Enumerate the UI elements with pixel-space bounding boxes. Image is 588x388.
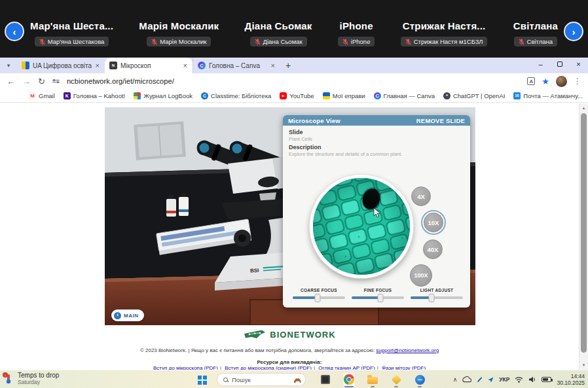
scroll-left-button[interactable]: ‹ xyxy=(5,22,24,41)
magnification-4x-button[interactable]: 4X xyxy=(411,186,431,206)
taskbar-app-dark[interactable] xyxy=(319,372,332,387)
bookmark-classtime[interactable]: CClasstime: Бібліотека xyxy=(201,92,271,99)
pen-icon[interactable] xyxy=(477,376,483,383)
microscope-view-panel: Microscope View REMOVE SLIDE Slide Plant… xyxy=(283,115,470,308)
participant-name-label: iPhone xyxy=(351,38,371,45)
participants-row: Мар'яна Шеста... Мар'яна Шестакова Марія… xyxy=(30,20,558,46)
slider-thumb[interactable] xyxy=(429,294,435,302)
bookmark-mail[interactable]: ✉Почта — Атаманчу... xyxy=(513,92,583,99)
temperature-drop-badge: ↓ xyxy=(3,372,8,378)
mail-icon: ✉ xyxy=(513,92,521,99)
reload-button[interactable]: ↻ xyxy=(38,77,45,86)
description-label: Description xyxy=(289,144,464,151)
panel-title: Microscope View xyxy=(288,117,340,124)
bookmark-logbook[interactable]: Журнал LogBook xyxy=(134,92,193,99)
slider-thumb[interactable] xyxy=(315,294,321,302)
close-tab-icon[interactable]: × xyxy=(95,62,100,69)
url-text[interactable]: ncbionetwork.org/iet/microscope/ xyxy=(67,77,520,85)
bionetwork-logo: BioNetwork xyxy=(0,329,579,340)
plant-cells-image xyxy=(313,178,410,275)
chrome-icon xyxy=(344,374,354,385)
fine-focus-slider[interactable]: FINE FOCUS xyxy=(352,288,404,299)
svg-text:BSI: BSI xyxy=(250,268,259,274)
gmail-icon: M xyxy=(29,92,36,99)
browser-menu-icon[interactable]: ⋮ xyxy=(574,77,581,86)
taskbar-app-diamond[interactable] xyxy=(390,372,403,387)
main-button[interactable]: MAIN xyxy=(111,309,144,321)
site-info-icon[interactable] xyxy=(52,80,60,83)
touch-input-icon[interactable] xyxy=(488,377,494,383)
back-button[interactable]: ← xyxy=(7,77,15,86)
bookmarks-bar: MGmail KГоловна – Kahoot! Журнал LogBook… xyxy=(0,89,588,103)
paper-dispenser xyxy=(134,121,186,160)
taskbar-app-blue[interactable] xyxy=(413,372,426,387)
clock[interactable]: 14:44 30.10.2025 xyxy=(557,373,585,386)
search-icon xyxy=(223,378,228,382)
slide-name: Plant Cells xyxy=(289,136,464,142)
scroll-right-button[interactable]: › xyxy=(564,22,583,41)
hidden-icons-chevron[interactable]: ∧ xyxy=(453,376,458,383)
diamond-app-icon xyxy=(391,374,401,385)
taskbar-chrome[interactable] xyxy=(342,372,356,387)
magnification-40x-button[interactable]: 40X xyxy=(423,239,443,259)
wifi-icon[interactable] xyxy=(515,376,523,383)
remove-slide-button[interactable]: REMOVE SLIDE xyxy=(416,117,465,124)
bookmark-epravy[interactable]: Мої еправи xyxy=(323,92,365,99)
profile-avatar[interactable] xyxy=(556,76,567,87)
participant-name-label: Світлана xyxy=(527,38,553,45)
battery-icon[interactable] xyxy=(542,377,551,382)
tab-search-chevron-icon[interactable]: ▾ xyxy=(0,58,17,73)
slide-label: Slide xyxy=(289,129,464,136)
bookmark-kahoot[interactable]: KГоловна – Kahoot! xyxy=(64,92,125,99)
minimize-button[interactable]: – xyxy=(531,58,550,71)
tab-canva[interactable]: C Головна – Canva × xyxy=(193,58,280,73)
panel-header: Microscope View REMOVE SLIDE xyxy=(283,115,470,126)
close-tab-icon[interactable]: × xyxy=(270,62,276,69)
coarse-focus-slider[interactable]: COARSE FOCUS xyxy=(293,288,345,299)
weather-widget[interactable]: ↓ Temps to drop Saturday xyxy=(4,372,59,386)
browser-tab-strip: ▾ UA Цифрова освіта та навчан... × N Мік… xyxy=(0,58,588,73)
new-tab-button[interactable]: + xyxy=(280,58,296,73)
forward-button[interactable]: → xyxy=(22,77,31,86)
scroll-up-icon[interactable]: ▲ xyxy=(579,104,588,112)
participant-tile: Марія Москалик Марія Москалик xyxy=(139,20,219,46)
magnification-100x-button[interactable]: 100X xyxy=(410,264,432,287)
screen: ‹ Мар'яна Шеста... Мар'яна Шестакова Мар… xyxy=(0,0,588,388)
canva-icon: C xyxy=(374,92,381,99)
onedrive-cloud-icon[interactable] xyxy=(462,376,471,383)
close-window-button[interactable]: × xyxy=(569,58,588,71)
ua-education-favicon-icon xyxy=(22,62,29,69)
bookmark-youtube[interactable]: ▶YouTube xyxy=(280,92,314,99)
restore-button[interactable] xyxy=(550,58,569,71)
close-tab-icon[interactable]: × xyxy=(183,62,188,69)
tab-ua-education[interactable]: UA Цифрова освіта та навчан... × xyxy=(17,58,105,73)
tab-microscope[interactable]: N Мікроскоп × xyxy=(105,58,193,73)
volume-icon[interactable] xyxy=(528,376,536,383)
windows-start-button[interactable] xyxy=(198,376,207,385)
scrollbar-thumb[interactable] xyxy=(581,113,587,353)
bookmark-chatgpt[interactable]: *ChatGPT | OpenAI xyxy=(443,92,505,99)
language-indicator[interactable]: УКР xyxy=(499,376,509,383)
mic-muted-icon xyxy=(342,39,348,45)
mic-muted-icon xyxy=(255,39,261,45)
page-scrollbar[interactable]: ▲ ▼ xyxy=(579,103,588,370)
slider-thumb[interactable] xyxy=(378,294,384,302)
magnification-10x-button[interactable]: 10X xyxy=(424,213,443,232)
light-adjust-slider[interactable]: LIGHT ADJUST xyxy=(411,288,463,299)
taskbar-file-explorer[interactable] xyxy=(366,372,379,387)
scroll-down-icon[interactable]: ▼ xyxy=(579,361,588,369)
logbook-icon xyxy=(134,92,141,99)
bookmark-star-icon[interactable]: ★ xyxy=(542,77,549,86)
mic-muted-icon xyxy=(405,39,411,45)
support-email-link[interactable]: support@ncbionetwork.org xyxy=(376,347,439,353)
translate-icon[interactable]: A xyxy=(527,77,535,85)
participant-tile: Світлана Світлана xyxy=(513,20,558,46)
window-controls: – × xyxy=(531,58,588,71)
classtime-icon: C xyxy=(201,92,208,99)
epravy-icon xyxy=(323,92,330,99)
search-doodle-camel-icon xyxy=(293,376,303,383)
dark-app-icon xyxy=(321,375,330,384)
bookmark-gmail[interactable]: MGmail xyxy=(29,92,55,99)
bookmark-canva[interactable]: CГлавная — Canva xyxy=(374,92,435,99)
taskbar-search[interactable]: Пошук xyxy=(217,373,306,386)
